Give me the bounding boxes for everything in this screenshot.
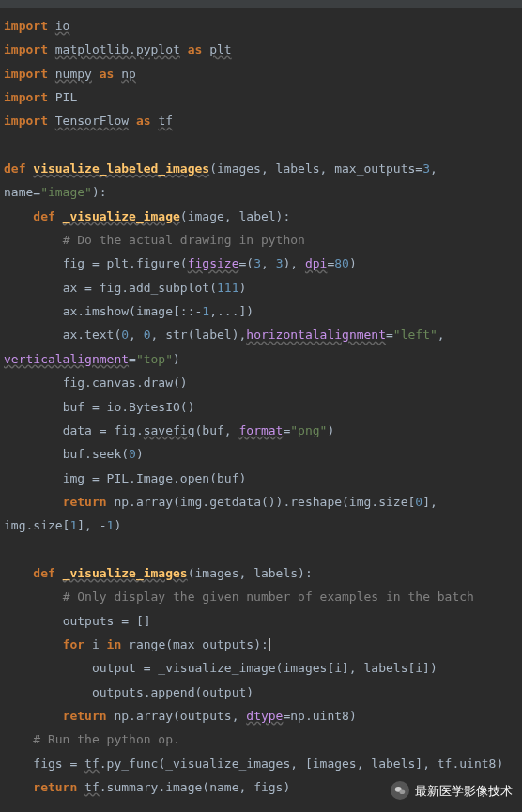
code: outputs = [] (63, 614, 151, 628)
code: fig.canvas.draw() (63, 375, 188, 390)
code: , (438, 328, 453, 342)
alias: np (121, 67, 136, 81)
keyword-import: import (4, 114, 48, 128)
num: 80 (334, 256, 349, 270)
keyword-def: def (33, 209, 54, 223)
str: "image" (40, 185, 92, 199)
keyword-as: as (100, 67, 115, 81)
alias: tf (158, 114, 173, 128)
keyword-as: as (136, 114, 151, 128)
title-bar (0, 0, 522, 8)
code: , str(label), (151, 328, 247, 342)
str: "top" (136, 352, 173, 366)
comment: # Do the actual drawing in python (63, 233, 305, 247)
function-name: _visualize_image (63, 209, 180, 223)
module: matplotlib.pyplot (55, 42, 180, 56)
module: TensorFlow (55, 114, 129, 128)
code: data = fig. (63, 423, 144, 437)
function-name: visualize_labeled_images (33, 161, 209, 176)
sig: (images, labels): (188, 566, 313, 580)
code: ) (114, 518, 121, 532)
kwarg: figsize (188, 256, 239, 270)
code: = (386, 328, 393, 342)
svg-point-1 (399, 790, 405, 795)
code: , (129, 328, 144, 342)
code: .summary.image(name, figs) (100, 780, 291, 794)
code: figs = (33, 757, 84, 771)
keyword-return: return (63, 709, 107, 723)
watermark-text: 最新医学影像技术 (415, 779, 513, 803)
kwarg: dtype (246, 709, 283, 723)
code: =( (238, 256, 253, 270)
code: , (261, 256, 276, 270)
kwarg: horizontalalignment (246, 328, 386, 342)
code: fig = plt.figure( (63, 256, 188, 270)
keyword-return: return (33, 780, 77, 794)
sig: (image, label): (180, 209, 290, 223)
keyword-def: def (33, 566, 54, 580)
str: "png" (290, 423, 327, 437)
code: ) (238, 281, 246, 295)
code: buf = io.BytesIO() (63, 400, 195, 414)
method: savefig (144, 423, 195, 437)
keyword-import: import (4, 42, 48, 56)
code: ], - (77, 518, 106, 532)
num: 0 (415, 495, 422, 509)
num: 1 (202, 304, 209, 318)
code: np.array(img.getdata()).reshape(img.size… (107, 495, 416, 509)
code: range(max_outputs): (121, 637, 269, 651)
code: ) (173, 352, 180, 366)
num: 3 (253, 256, 261, 270)
keyword-return: return (63, 495, 107, 509)
num: 3 (422, 161, 430, 176)
code: ax.text( (63, 328, 122, 342)
num: 111 (217, 281, 238, 295)
keyword-import: import (4, 90, 48, 104)
wechat-icon (391, 781, 409, 800)
kwarg: dpi (305, 256, 327, 270)
kwarg: format (238, 423, 283, 437)
code: img = PIL.Image.open(buf) (63, 471, 247, 485)
code: ), (283, 256, 304, 270)
text-cursor (269, 638, 270, 651)
keyword-for: for (63, 637, 84, 651)
code: .py_func(_visualize_images, [images, lab… (100, 757, 503, 771)
ident: tf (84, 780, 100, 794)
kwarg: verticalalignment (4, 352, 129, 366)
num: 0 (121, 328, 129, 342)
code: ) (327, 423, 334, 437)
keyword-import: import (4, 19, 48, 33)
module: numpy (55, 67, 92, 81)
code: =np.uint8) (283, 709, 356, 723)
module: PIL (55, 90, 77, 104)
code: (buf, (195, 423, 239, 437)
ident: tf (84, 757, 100, 771)
comment: # Only display the given number of examp… (63, 590, 474, 604)
code: ax = fig.add_subplot( (63, 281, 217, 295)
keyword-as: as (188, 42, 203, 56)
code (77, 780, 84, 794)
module: io (55, 19, 70, 33)
code: ax.imshow(image[::- (63, 304, 203, 318)
function-name: _visualize_images (63, 566, 188, 580)
str: "left" (393, 328, 438, 342)
code: ,...]) (209, 304, 253, 318)
keyword-import: import (4, 67, 48, 81)
comment: # Run the python op. (33, 732, 180, 746)
code-editor[interactable]: import io import matplotlib.pyplot as pl… (0, 8, 522, 803)
code: ) (136, 447, 144, 461)
code: = (129, 352, 136, 366)
keyword-in: in (107, 637, 122, 651)
code: i (84, 637, 106, 651)
num: 0 (144, 328, 151, 342)
code: outputs.append(output) (92, 685, 253, 699)
num: 0 (129, 447, 136, 461)
code: buf.seek( (63, 447, 129, 461)
alias: plt (209, 42, 231, 56)
code: output = _visualize_image(images[i], lab… (92, 661, 438, 675)
sig: ): (92, 185, 107, 199)
watermark: 最新医学影像技术 (391, 779, 513, 803)
code: ) (349, 256, 357, 270)
sig: (images, labels, max_outputs= (209, 161, 422, 176)
code: np.array(outputs, (107, 709, 247, 723)
